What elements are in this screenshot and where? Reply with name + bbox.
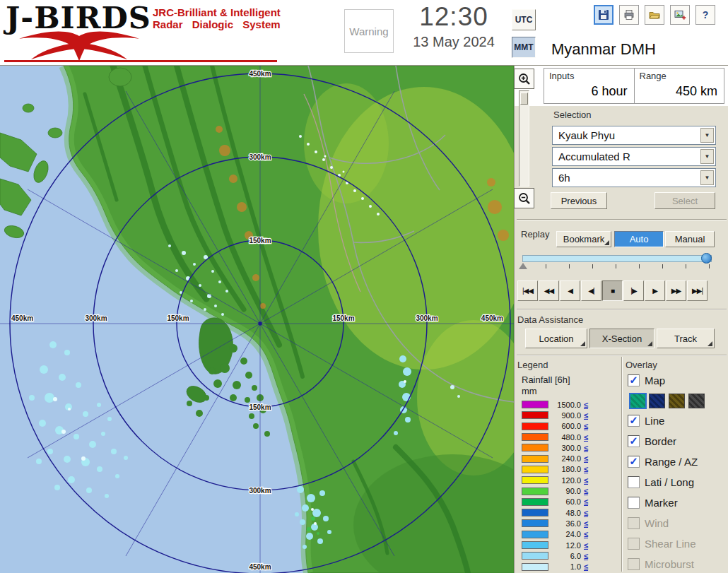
legend-color-swatch [522,455,548,463]
open-folder-button[interactable] [645,5,664,25]
playback-rewind-button[interactable]: ◀◀ [539,280,559,301]
map-style-swatch-4[interactable] [688,394,705,408]
playback-step-back-button[interactable]: ◀| [581,280,601,301]
previous-button[interactable]: Previous [551,192,607,209]
map-style-swatch-3[interactable] [669,394,685,408]
playback-fast-forward-button[interactable]: ▶▶ [666,280,686,301]
ring-label: 150km [249,403,271,411]
replay-timeline-slider[interactable] [522,255,712,262]
radar-map[interactable]: 450km 300km 150km 150km 300km 450km 450k… [0,66,514,573]
separator [621,357,623,572]
overlay-item-lati-long[interactable]: Lati / Long [628,472,728,492]
track-button[interactable]: Track [657,329,715,348]
overlay-item-marker[interactable]: Marker [628,492,728,513]
overlay-item-label: Range / AZ [645,456,698,468]
overlay-label: Overlay [626,360,657,370]
checkbox[interactable]: ✓ [628,374,640,386]
manual-button[interactable]: Manual [665,231,715,247]
legend-color-swatch [522,563,548,571]
checkbox[interactable]: ✓ [628,456,640,468]
zoom-out-button[interactable] [514,188,534,208]
clock-time: 12:30 [397,2,510,32]
playback-stop-button[interactable]: ■ [602,280,623,301]
legend-color-swatch [522,411,548,419]
help-button[interactable]: ? [695,5,715,25]
legend-value: 480.0 [550,433,581,442]
export-image-button[interactable] [670,5,690,25]
zoom-slider-thumb[interactable] [520,93,528,105]
legend-color-swatch [522,423,548,430]
legend-leq-symbol: ≤ [584,530,588,538]
station-title: Myanmar DMH [551,40,656,59]
range-label: Range [635,69,724,81]
legend-color-swatch [522,519,548,527]
x-section-button-label: X-Section [602,333,642,344]
auto-button[interactable]: Auto [614,231,664,247]
eagle-logo-icon [10,28,148,62]
product-dropdown-value: Accumulated R [558,150,630,163]
ring-label: 300km [249,153,271,161]
legend-leq-symbol: ≤ [584,433,588,442]
zoom-in-icon [517,72,532,86]
site-dropdown[interactable]: Kyauk Phyu ▼ [552,126,716,145]
playback-go-end-button[interactable]: ▶▶| [687,280,708,301]
checkbox[interactable] [628,476,640,488]
overlay-item-map[interactable]: ✓Map [628,370,728,391]
duration-dropdown[interactable]: 6h ▼ [552,168,716,187]
checkbox[interactable]: ✓ [628,435,640,447]
legend-color-swatch [522,498,548,506]
ring-label: 150km [332,314,354,322]
map-style-swatch-1[interactable] [629,393,647,409]
checkbox[interactable] [628,497,640,509]
warning-status-box: Warning [344,9,394,53]
playback-play-reverse-button[interactable]: ◀ [560,280,580,301]
inputs-range-box: Inputs 6 hour Range 450 km [544,68,724,104]
bookmark-button-label: Bookmark [563,234,605,244]
map-style-swatch-2[interactable] [649,394,665,408]
overlay-item-range-az[interactable]: ✓Range / AZ [628,451,728,472]
legend-leq-symbol: ≤ [584,541,588,550]
overlay-item-label: Border [645,435,676,447]
chevron-down-icon[interactable]: ▼ [700,128,714,143]
mmt-toggle-button[interactable]: MMT [512,37,536,58]
checkbox[interactable]: ✓ [628,415,640,427]
x-section-button[interactable]: X-Section [589,329,654,348]
legend-label: Legend [517,360,548,370]
playback-go-start-button[interactable]: |◀◀ [517,280,538,301]
legend-color-swatch [522,552,548,560]
legend-value: 24.0 [550,530,581,538]
overlay-item-border[interactable]: ✓Border [628,431,728,451]
print-button[interactable] [619,5,639,25]
overlay-item-line[interactable]: ✓Line [628,410,728,431]
playback-step-forward-button[interactable]: |▶ [623,280,644,301]
legend-row: 6.0≤ [522,550,588,561]
timeline-thumb[interactable] [701,253,712,264]
zoom-slider[interactable] [519,90,529,187]
legend-color-swatch [522,531,548,538]
legend-value: 180.0 [550,465,581,473]
playback-play-button[interactable]: ▶ [645,280,665,301]
legend-leq-symbol: ≤ [584,401,588,409]
chevron-down-icon[interactable]: ▼ [700,149,714,164]
legend-value: 90.0 [550,487,581,495]
overlay-item-label: Shear Line [645,538,696,550]
legend-value: 1500.0 [550,401,581,409]
legend-value: 300.0 [550,444,581,452]
legend-row: 1.0≤ [522,561,588,572]
overlay-list: ✓Map✓Line✓Border✓Range / AZLati / LongMa… [628,370,728,573]
bookmark-button[interactable]: Bookmark [556,231,611,247]
clock: 12:30 13 May 2024 [397,2,510,50]
chevron-down-icon[interactable]: ▼ [700,170,714,185]
zoom-in-button[interactable] [514,69,534,89]
utc-toggle-button[interactable]: UTC [512,9,536,30]
location-button[interactable]: Location [525,329,587,348]
legend-color-swatch [522,466,548,473]
product-dropdown[interactable]: Accumulated R ▼ [552,147,716,166]
overlay-item-microburst: Microburst [628,554,728,573]
legend-value: 48.0 [550,509,581,517]
duration-dropdown-value: 6h [558,172,570,184]
legend-row: 1500.0≤ [522,399,588,410]
legend-row: 600.0≤ [522,421,588,432]
data-assistance-label: Data Assistance [517,314,583,325]
save-button[interactable] [594,5,613,25]
